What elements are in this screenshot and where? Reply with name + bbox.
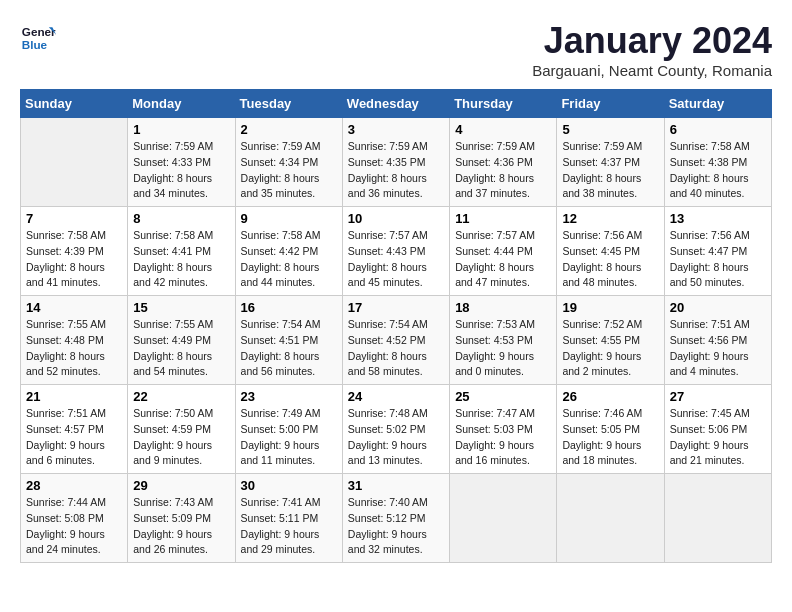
svg-text:Blue: Blue xyxy=(22,38,48,51)
day-number: 20 xyxy=(670,300,766,315)
calendar-cell: 7Sunrise: 7:58 AMSunset: 4:39 PMDaylight… xyxy=(21,207,128,296)
day-number: 14 xyxy=(26,300,122,315)
weekday-header-tuesday: Tuesday xyxy=(235,90,342,118)
calendar-cell: 25Sunrise: 7:47 AMSunset: 5:03 PMDayligh… xyxy=(450,385,557,474)
calendar-cell: 22Sunrise: 7:50 AMSunset: 4:59 PMDayligh… xyxy=(128,385,235,474)
calendar-cell xyxy=(557,474,664,563)
calendar-cell: 19Sunrise: 7:52 AMSunset: 4:55 PMDayligh… xyxy=(557,296,664,385)
day-info: Sunrise: 7:46 AMSunset: 5:05 PMDaylight:… xyxy=(562,406,658,469)
day-number: 30 xyxy=(241,478,337,493)
calendar-cell: 5Sunrise: 7:59 AMSunset: 4:37 PMDaylight… xyxy=(557,118,664,207)
day-number: 2 xyxy=(241,122,337,137)
day-info: Sunrise: 7:54 AMSunset: 4:51 PMDaylight:… xyxy=(241,317,337,380)
day-info: Sunrise: 7:47 AMSunset: 5:03 PMDaylight:… xyxy=(455,406,551,469)
calendar-cell: 2Sunrise: 7:59 AMSunset: 4:34 PMDaylight… xyxy=(235,118,342,207)
calendar-cell: 31Sunrise: 7:40 AMSunset: 5:12 PMDayligh… xyxy=(342,474,449,563)
day-number: 17 xyxy=(348,300,444,315)
calendar-cell: 15Sunrise: 7:55 AMSunset: 4:49 PMDayligh… xyxy=(128,296,235,385)
logo-icon: General Blue xyxy=(20,20,56,56)
day-number: 31 xyxy=(348,478,444,493)
calendar-cell: 1Sunrise: 7:59 AMSunset: 4:33 PMDaylight… xyxy=(128,118,235,207)
day-number: 1 xyxy=(133,122,229,137)
day-number: 4 xyxy=(455,122,551,137)
day-number: 23 xyxy=(241,389,337,404)
day-info: Sunrise: 7:59 AMSunset: 4:33 PMDaylight:… xyxy=(133,139,229,202)
calendar-cell: 12Sunrise: 7:56 AMSunset: 4:45 PMDayligh… xyxy=(557,207,664,296)
day-number: 29 xyxy=(133,478,229,493)
month-title: January 2024 xyxy=(532,20,772,62)
day-info: Sunrise: 7:57 AMSunset: 4:44 PMDaylight:… xyxy=(455,228,551,291)
day-number: 10 xyxy=(348,211,444,226)
calendar-cell xyxy=(450,474,557,563)
day-info: Sunrise: 7:43 AMSunset: 5:09 PMDaylight:… xyxy=(133,495,229,558)
day-info: Sunrise: 7:58 AMSunset: 4:39 PMDaylight:… xyxy=(26,228,122,291)
day-info: Sunrise: 7:44 AMSunset: 5:08 PMDaylight:… xyxy=(26,495,122,558)
calendar-cell: 27Sunrise: 7:45 AMSunset: 5:06 PMDayligh… xyxy=(664,385,771,474)
day-number: 11 xyxy=(455,211,551,226)
day-info: Sunrise: 7:52 AMSunset: 4:55 PMDaylight:… xyxy=(562,317,658,380)
day-number: 21 xyxy=(26,389,122,404)
day-info: Sunrise: 7:58 AMSunset: 4:41 PMDaylight:… xyxy=(133,228,229,291)
calendar-table: SundayMondayTuesdayWednesdayThursdayFrid… xyxy=(20,89,772,563)
day-number: 19 xyxy=(562,300,658,315)
weekday-header-saturday: Saturday xyxy=(664,90,771,118)
calendar-cell: 3Sunrise: 7:59 AMSunset: 4:35 PMDaylight… xyxy=(342,118,449,207)
weekday-header-friday: Friday xyxy=(557,90,664,118)
calendar-cell: 13Sunrise: 7:56 AMSunset: 4:47 PMDayligh… xyxy=(664,207,771,296)
day-info: Sunrise: 7:58 AMSunset: 4:38 PMDaylight:… xyxy=(670,139,766,202)
day-info: Sunrise: 7:45 AMSunset: 5:06 PMDaylight:… xyxy=(670,406,766,469)
day-number: 9 xyxy=(241,211,337,226)
day-info: Sunrise: 7:55 AMSunset: 4:48 PMDaylight:… xyxy=(26,317,122,380)
day-number: 15 xyxy=(133,300,229,315)
calendar-cell: 28Sunrise: 7:44 AMSunset: 5:08 PMDayligh… xyxy=(21,474,128,563)
day-info: Sunrise: 7:50 AMSunset: 4:59 PMDaylight:… xyxy=(133,406,229,469)
calendar-cell: 24Sunrise: 7:48 AMSunset: 5:02 PMDayligh… xyxy=(342,385,449,474)
day-number: 12 xyxy=(562,211,658,226)
day-info: Sunrise: 7:56 AMSunset: 4:45 PMDaylight:… xyxy=(562,228,658,291)
calendar-cell: 10Sunrise: 7:57 AMSunset: 4:43 PMDayligh… xyxy=(342,207,449,296)
calendar-cell: 18Sunrise: 7:53 AMSunset: 4:53 PMDayligh… xyxy=(450,296,557,385)
day-info: Sunrise: 7:59 AMSunset: 4:34 PMDaylight:… xyxy=(241,139,337,202)
weekday-header-sunday: Sunday xyxy=(21,90,128,118)
day-number: 7 xyxy=(26,211,122,226)
day-info: Sunrise: 7:54 AMSunset: 4:52 PMDaylight:… xyxy=(348,317,444,380)
day-info: Sunrise: 7:59 AMSunset: 4:35 PMDaylight:… xyxy=(348,139,444,202)
day-info: Sunrise: 7:53 AMSunset: 4:53 PMDaylight:… xyxy=(455,317,551,380)
day-number: 25 xyxy=(455,389,551,404)
calendar-cell: 11Sunrise: 7:57 AMSunset: 4:44 PMDayligh… xyxy=(450,207,557,296)
day-number: 3 xyxy=(348,122,444,137)
day-info: Sunrise: 7:58 AMSunset: 4:42 PMDaylight:… xyxy=(241,228,337,291)
day-info: Sunrise: 7:49 AMSunset: 5:00 PMDaylight:… xyxy=(241,406,337,469)
weekday-header-thursday: Thursday xyxy=(450,90,557,118)
day-info: Sunrise: 7:51 AMSunset: 4:56 PMDaylight:… xyxy=(670,317,766,380)
day-number: 27 xyxy=(670,389,766,404)
calendar-cell: 4Sunrise: 7:59 AMSunset: 4:36 PMDaylight… xyxy=(450,118,557,207)
day-number: 22 xyxy=(133,389,229,404)
day-number: 26 xyxy=(562,389,658,404)
weekday-header-monday: Monday xyxy=(128,90,235,118)
calendar-cell: 17Sunrise: 7:54 AMSunset: 4:52 PMDayligh… xyxy=(342,296,449,385)
calendar-cell: 29Sunrise: 7:43 AMSunset: 5:09 PMDayligh… xyxy=(128,474,235,563)
calendar-cell: 21Sunrise: 7:51 AMSunset: 4:57 PMDayligh… xyxy=(21,385,128,474)
title-area: January 2024 Bargauani, Neamt County, Ro… xyxy=(532,20,772,79)
day-info: Sunrise: 7:41 AMSunset: 5:11 PMDaylight:… xyxy=(241,495,337,558)
calendar-cell xyxy=(21,118,128,207)
calendar-cell: 20Sunrise: 7:51 AMSunset: 4:56 PMDayligh… xyxy=(664,296,771,385)
calendar-cell: 16Sunrise: 7:54 AMSunset: 4:51 PMDayligh… xyxy=(235,296,342,385)
header: General Blue January 2024 Bargauani, Nea… xyxy=(20,20,772,79)
calendar-cell: 30Sunrise: 7:41 AMSunset: 5:11 PMDayligh… xyxy=(235,474,342,563)
day-info: Sunrise: 7:48 AMSunset: 5:02 PMDaylight:… xyxy=(348,406,444,469)
day-info: Sunrise: 7:56 AMSunset: 4:47 PMDaylight:… xyxy=(670,228,766,291)
calendar-cell: 6Sunrise: 7:58 AMSunset: 4:38 PMDaylight… xyxy=(664,118,771,207)
calendar-cell: 9Sunrise: 7:58 AMSunset: 4:42 PMDaylight… xyxy=(235,207,342,296)
calendar-cell xyxy=(664,474,771,563)
day-info: Sunrise: 7:57 AMSunset: 4:43 PMDaylight:… xyxy=(348,228,444,291)
day-info: Sunrise: 7:51 AMSunset: 4:57 PMDaylight:… xyxy=(26,406,122,469)
svg-text:General: General xyxy=(22,25,56,38)
calendar-cell: 14Sunrise: 7:55 AMSunset: 4:48 PMDayligh… xyxy=(21,296,128,385)
day-info: Sunrise: 7:55 AMSunset: 4:49 PMDaylight:… xyxy=(133,317,229,380)
day-number: 24 xyxy=(348,389,444,404)
day-info: Sunrise: 7:40 AMSunset: 5:12 PMDaylight:… xyxy=(348,495,444,558)
calendar-cell: 8Sunrise: 7:58 AMSunset: 4:41 PMDaylight… xyxy=(128,207,235,296)
day-number: 8 xyxy=(133,211,229,226)
